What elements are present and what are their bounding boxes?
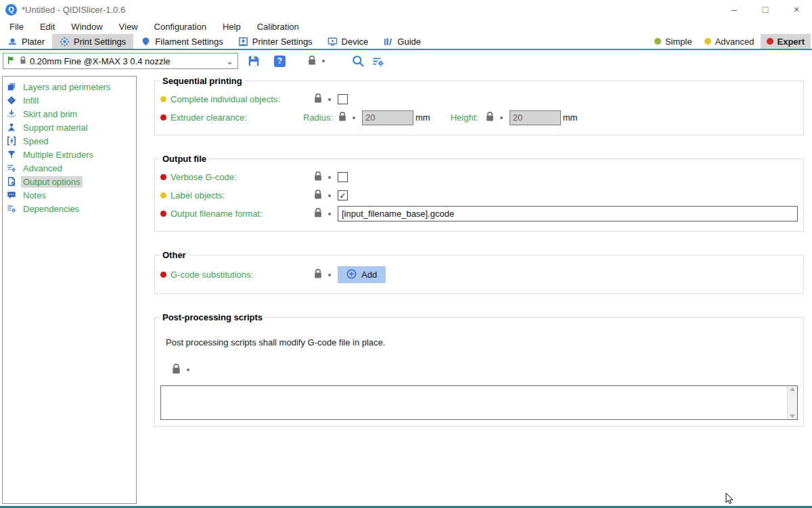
add-substitution-button[interactable]: Add	[338, 266, 386, 283]
tab-print-settings[interactable]: Print Settings	[52, 34, 133, 49]
extruder-icon	[6, 150, 17, 159]
speed-icon	[6, 136, 17, 146]
plus-circle-icon	[346, 269, 357, 281]
option-level-dot-icon	[160, 174, 166, 180]
lock-icon[interactable]	[338, 112, 346, 123]
close-button[interactable]: ×	[781, 0, 812, 19]
mode-expert[interactable]: Expert	[761, 34, 811, 49]
file-gear-icon	[6, 177, 17, 186]
printer-icon	[238, 37, 248, 47]
expert-mode-dot-icon	[767, 38, 773, 45]
radius-label: Radius:	[303, 112, 338, 123]
menu-configuration[interactable]: Configuration	[146, 22, 215, 32]
preset-dropdown[interactable]: 0.20mm Fine @X-MAX 3 0.4 nozzle ⌄	[3, 53, 238, 69]
menu-file[interactable]: File	[1, 22, 32, 32]
bullet-dot-icon	[328, 213, 331, 215]
lock-icon[interactable]	[314, 269, 322, 280]
section-title: Sequential printing	[160, 76, 244, 86]
sidebar-item-dependencies[interactable]: Dependencies	[3, 202, 136, 215]
lock-icon[interactable]	[172, 364, 181, 376]
sidebar-item-output-options[interactable]: Output options	[3, 175, 136, 188]
tab-plater[interactable]: Plater	[0, 34, 52, 49]
sidebar-item-infill[interactable]: Infill	[3, 93, 136, 107]
lock-icon[interactable]	[486, 112, 494, 123]
list-gear-icon	[6, 163, 17, 173]
skirt-brim-icon	[6, 109, 17, 119]
section-sequential-printing: Sequential printing Complete individual …	[154, 76, 804, 135]
save-preset-button[interactable]	[248, 55, 260, 67]
lock-icon[interactable]	[314, 190, 322, 201]
advanced-mode-dot-icon	[704, 38, 711, 45]
tab-device[interactable]: Device	[320, 34, 376, 49]
app-logo-icon: Q	[5, 4, 17, 16]
menu-edit[interactable]: Edit	[32, 22, 63, 32]
mode-advanced[interactable]: Advanced	[698, 34, 761, 49]
sidebar-item-support-material[interactable]: Support material	[3, 121, 136, 134]
section-post-processing-scripts: Post-processing scripts Post processing …	[154, 312, 804, 427]
option-level-dot-icon	[160, 96, 166, 102]
sidebar-item-advanced[interactable]: Advanced	[3, 161, 136, 175]
option-level-dot-icon	[160, 211, 166, 217]
preset-toolbar: 0.20mm Fine @X-MAX 3 0.4 nozzle ⌄ ?	[0, 50, 812, 72]
compare-settings-button[interactable]	[371, 55, 384, 68]
minimize-button[interactable]: –	[719, 0, 750, 19]
title-bar: Q *Untitled - QIDISlicer-1.0.6 – □ ×	[0, 0, 812, 19]
section-title: Output file	[160, 154, 208, 164]
post-processing-scripts-textarea[interactable]	[160, 385, 798, 420]
gear-icon	[60, 37, 70, 47]
verbose-gcode-checkbox[interactable]	[338, 172, 348, 182]
menu-bar: File Edit Window View Configuration Help…	[0, 19, 812, 34]
bullet-dot-icon	[328, 274, 331, 276]
tab-printer-settings[interactable]: Printer Settings	[231, 34, 320, 49]
mode-simple[interactable]: Simple	[648, 34, 698, 49]
scroll-down-icon[interactable]	[790, 415, 795, 418]
chevron-down-icon: ⌄	[226, 56, 233, 66]
menu-window[interactable]: Window	[63, 22, 110, 32]
preset-lock-indicator[interactable]	[308, 56, 325, 67]
search-button[interactable]	[352, 55, 365, 68]
menu-help[interactable]: Help	[215, 22, 249, 32]
radius-unit: mm	[415, 112, 430, 123]
lock-icon[interactable]	[314, 93, 322, 105]
sidebar-item-layers-and-perimeters[interactable]: Layers and perimeters	[3, 80, 136, 93]
tab-bar: Plater Print Settings Filament Settings …	[0, 34, 812, 50]
scroll-up-icon[interactable]	[790, 387, 795, 391]
lock-icon[interactable]	[314, 208, 322, 219]
menu-view[interactable]: View	[111, 22, 146, 32]
filament-icon	[141, 37, 151, 47]
sidebar-item-notes[interactable]: Notes	[3, 188, 136, 202]
option-label: G-code substitutions:	[171, 270, 253, 280]
preset-value: 0.20mm Fine @X-MAX 3 0.4 nozzle	[30, 56, 171, 66]
lock-icon[interactable]	[314, 171, 322, 183]
height-input[interactable]	[510, 110, 561, 125]
tab-guide[interactable]: Guide	[376, 34, 428, 49]
complete-individual-objects-checkbox[interactable]	[338, 94, 348, 104]
post-processing-note: Post processing scripts shall modify G-c…	[166, 337, 798, 347]
layers-icon	[6, 82, 17, 91]
menu-calibration[interactable]: Calibration	[249, 22, 307, 32]
settings-panel: Sequential printing Complete individual …	[154, 76, 804, 445]
window-title: *Untitled - QIDISlicer-1.0.6	[22, 5, 125, 15]
section-other: Other G-code substitutions: Add	[154, 250, 804, 294]
sidebar-item-skirt-and-brim[interactable]: Skirt and brim	[3, 107, 136, 121]
question-icon: ?	[274, 56, 286, 67]
textarea-scrollbar[interactable]	[787, 386, 797, 419]
help-button[interactable]: ?	[274, 56, 286, 67]
tab-filament-settings[interactable]: Filament Settings	[133, 34, 230, 49]
guide-icon	[383, 37, 393, 47]
radius-input[interactable]	[362, 110, 413, 125]
mouse-cursor	[725, 492, 736, 508]
option-level-dot-icon	[160, 272, 166, 278]
output-filename-format-input[interactable]	[338, 206, 798, 221]
support-material-icon	[6, 123, 17, 132]
sidebar-item-multiple-extruders[interactable]: Multiple Extruders	[3, 148, 136, 161]
option-level-dot-icon	[160, 114, 166, 121]
label-objects-checkbox[interactable]: ✓	[338, 190, 348, 200]
bullet-dot-icon	[353, 117, 355, 119]
list-gear-icon	[6, 204, 17, 213]
option-label: Label objects:	[171, 190, 225, 200]
sidebar-item-speed[interactable]: Speed	[3, 134, 136, 148]
maximize-button[interactable]: □	[750, 0, 781, 19]
section-title: Post-processing scripts	[160, 312, 265, 322]
bullet-dot-icon	[322, 60, 325, 62]
